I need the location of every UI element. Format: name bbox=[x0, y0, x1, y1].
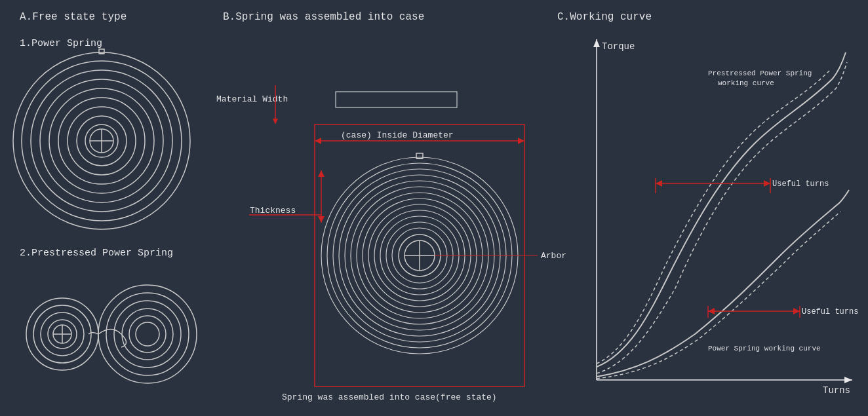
label-prestressed-line1: Prestressed Power Spring bbox=[708, 69, 812, 77]
main-container: A.Free state type B.Spring was assembled… bbox=[0, 0, 868, 416]
label-arbor: Arbor bbox=[541, 251, 566, 261]
svg-point-21 bbox=[98, 285, 197, 383]
svg-point-25 bbox=[129, 316, 166, 352]
svg-marker-58 bbox=[708, 308, 715, 314]
prestressed-curve-main bbox=[597, 52, 846, 367]
label-spring-assembled: Spring was assembled into case(free stat… bbox=[282, 392, 497, 402]
svg-marker-52 bbox=[593, 39, 600, 47]
label-material-width: Material Width bbox=[216, 94, 288, 104]
svg-marker-59 bbox=[793, 308, 800, 314]
label-prestressed-spring: 2.Prestressed Power Spring bbox=[20, 248, 173, 259]
svg-marker-55 bbox=[764, 180, 770, 187]
svg-marker-53 bbox=[844, 377, 852, 383]
svg-marker-49 bbox=[518, 138, 524, 144]
label-case-inside-diameter: (case) Inside Diameter bbox=[341, 130, 454, 140]
power-curve-dash bbox=[597, 212, 840, 379]
label-power-curve: Power Spring working curve bbox=[708, 345, 821, 352]
label-torque: Torque bbox=[602, 41, 635, 52]
label-useful-turns-top: Useful turns bbox=[772, 180, 829, 189]
label-useful-turns-bottom: Useful turns bbox=[802, 307, 858, 316]
svg-marker-48 bbox=[315, 138, 321, 144]
prestressed-left-coil bbox=[26, 298, 98, 370]
label-thickness: Thickness bbox=[250, 206, 296, 216]
svg-point-23 bbox=[114, 301, 181, 368]
svg-rect-47 bbox=[416, 153, 423, 159]
power-spring-free bbox=[13, 49, 190, 229]
svg-point-26 bbox=[136, 322, 159, 346]
header-c: C.Working curve bbox=[557, 11, 652, 23]
svg-marker-28 bbox=[273, 119, 278, 124]
header-a: A.Free state type bbox=[20, 11, 127, 23]
label-prestressed-line2: working curve bbox=[718, 79, 774, 87]
svg-marker-50 bbox=[318, 170, 325, 177]
svg-marker-51 bbox=[318, 216, 325, 223]
svg-marker-54 bbox=[656, 180, 662, 187]
svg-point-22 bbox=[106, 293, 189, 375]
label-turns: Turns bbox=[823, 385, 850, 396]
svg-rect-13 bbox=[99, 49, 104, 54]
main-svg: A.Free state type B.Spring was assembled… bbox=[0, 0, 868, 416]
header-b: B.Spring was assembled into case bbox=[223, 11, 424, 23]
prestressed-right-coil bbox=[89, 285, 197, 383]
material-width-box bbox=[336, 92, 457, 107]
spring-in-case bbox=[321, 153, 518, 354]
label-power-spring: 1.Power Spring bbox=[20, 38, 102, 49]
